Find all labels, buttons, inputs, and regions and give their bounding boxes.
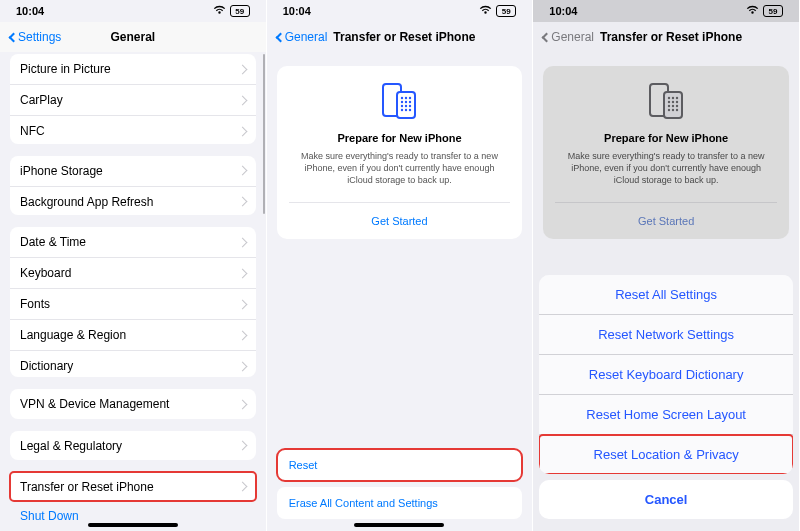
group-transfer-reset: Transfer or Reset iPhone [10, 472, 256, 501]
battery-icon: 59 [230, 5, 250, 17]
row-background-app-refresh[interactable]: Background App Refresh [10, 187, 256, 215]
chevron-left-icon [9, 32, 19, 42]
back-button-settings[interactable]: Settings [10, 30, 61, 44]
chevron-right-icon [237, 441, 247, 451]
prepare-card: Prepare for New iPhone Make sure everyth… [277, 66, 523, 239]
row-dictionary[interactable]: Dictionary [10, 351, 256, 377]
prepare-body: Make sure everything's ready to transfer… [289, 150, 511, 186]
row-date-time[interactable]: Date & Time [10, 227, 256, 258]
group-vpn: VPN & Device Management [10, 389, 256, 418]
wifi-icon [479, 5, 492, 17]
row-legal-regulatory[interactable]: Legal & Regulatory [10, 431, 256, 460]
battery-icon: 59 [496, 5, 516, 17]
svg-point-8 [401, 105, 403, 107]
action-sheet-overlay[interactable]: Reset All Settings Reset Network Setting… [533, 0, 799, 531]
sheet-reset-home-screen-layout[interactable]: Reset Home Screen Layout [539, 395, 793, 435]
svg-point-13 [409, 109, 411, 111]
svg-point-5 [401, 101, 403, 103]
reset-link[interactable]: Reset [277, 449, 523, 481]
nav-title: Transfer or Reset iPhone [333, 30, 475, 44]
sheet-cancel-button[interactable]: Cancel [539, 480, 793, 519]
sheet-reset-location-privacy[interactable]: Reset Location & Privacy [539, 435, 793, 474]
back-button-general[interactable]: General [277, 30, 328, 44]
chevron-right-icon [237, 126, 247, 136]
svg-point-9 [405, 105, 407, 107]
svg-point-11 [401, 109, 403, 111]
chevron-right-icon [237, 399, 247, 409]
chevron-right-icon [237, 166, 247, 176]
svg-point-4 [409, 97, 411, 99]
svg-point-2 [401, 97, 403, 99]
erase-all-link[interactable]: Erase All Content and Settings [277, 487, 523, 519]
sheet-reset-network-settings[interactable]: Reset Network Settings [539, 315, 793, 355]
svg-point-6 [405, 101, 407, 103]
chevron-right-icon [237, 268, 247, 278]
back-label: General [285, 30, 328, 44]
row-picture-in-picture[interactable]: Picture in Picture [10, 54, 256, 85]
get-started-button[interactable]: Get Started [289, 202, 511, 239]
prepare-heading: Prepare for New iPhone [289, 132, 511, 144]
chevron-right-icon [237, 95, 247, 105]
chevron-right-icon [237, 64, 247, 74]
sheet-reset-all-settings[interactable]: Reset All Settings [539, 275, 793, 315]
svg-point-12 [405, 109, 407, 111]
reset-row-container: Reset [277, 449, 523, 481]
back-label: Settings [18, 30, 61, 44]
nav-title: General [110, 30, 155, 44]
transfer-reset-content: Prepare for New iPhone Make sure everyth… [267, 52, 533, 531]
erase-row-container: Erase All Content and Settings [277, 487, 523, 519]
svg-point-7 [409, 101, 411, 103]
screen-transfer-reset: 10:04 59 General Transfer or Reset iPhon… [267, 0, 534, 531]
row-transfer-or-reset-iphone[interactable]: Transfer or Reset iPhone [10, 472, 256, 501]
group-media: Picture in Picture CarPlay NFC [10, 54, 256, 144]
status-time: 10:04 [283, 5, 311, 17]
nav-bar: Settings General [0, 22, 266, 52]
chevron-right-icon [237, 237, 247, 247]
status-bar: 10:04 59 [267, 0, 533, 22]
row-iphone-storage[interactable]: iPhone Storage [10, 156, 256, 187]
row-language-region[interactable]: Language & Region [10, 320, 256, 351]
devices-icon [289, 82, 511, 122]
status-time: 10:04 [16, 5, 44, 17]
svg-point-10 [409, 105, 411, 107]
chevron-right-icon [237, 330, 247, 340]
home-indicator[interactable] [354, 523, 444, 527]
row-fonts[interactable]: Fonts [10, 289, 256, 320]
settings-list: Picture in Picture CarPlay NFC iPhone St… [0, 52, 266, 531]
nav-bar: General Transfer or Reset iPhone [267, 22, 533, 52]
screen-general-settings: 10:04 59 Settings General Picture in Pic… [0, 0, 267, 531]
chevron-left-icon [275, 32, 285, 42]
row-nfc[interactable]: NFC [10, 116, 256, 144]
row-carplay[interactable]: CarPlay [10, 85, 256, 116]
chevron-right-icon [237, 361, 247, 371]
group-legal: Legal & Regulatory [10, 431, 256, 460]
svg-point-3 [405, 97, 407, 99]
scrollbar[interactable] [263, 54, 265, 214]
status-bar: 10:04 59 [0, 0, 266, 22]
chevron-right-icon [237, 299, 247, 309]
row-vpn-device-management[interactable]: VPN & Device Management [10, 389, 256, 418]
screen-reset-sheet: 10:04 59 General Transfer or Reset iPhon… [533, 0, 800, 531]
group-locale: Date & Time Keyboard Fonts Language & Re… [10, 227, 256, 377]
sheet-reset-keyboard-dictionary[interactable]: Reset Keyboard Dictionary [539, 355, 793, 395]
home-indicator[interactable] [88, 523, 178, 527]
group-storage: iPhone Storage Background App Refresh [10, 156, 256, 215]
chevron-right-icon [237, 482, 247, 492]
chevron-right-icon [237, 197, 247, 207]
row-keyboard[interactable]: Keyboard [10, 258, 256, 289]
wifi-icon [213, 5, 226, 17]
action-sheet: Reset All Settings Reset Network Setting… [539, 275, 793, 474]
bottom-actions: Reset Erase All Content and Settings [277, 449, 523, 531]
